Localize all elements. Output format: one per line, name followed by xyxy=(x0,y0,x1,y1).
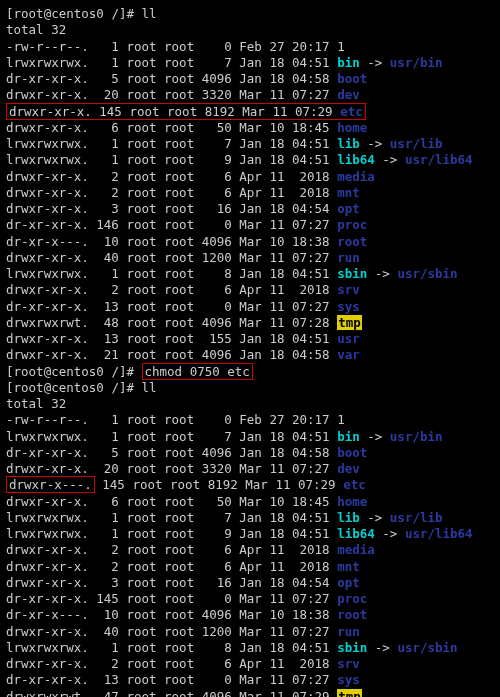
filename: proc xyxy=(337,217,367,232)
filename: lib64 xyxy=(337,526,375,541)
filename: sbin xyxy=(337,266,367,281)
arrow: -> xyxy=(360,55,390,70)
ls-row: drwxr-xr-x. 3 root root 16 Jan 18 04:54 … xyxy=(6,575,494,591)
filename: run xyxy=(337,250,360,265)
ls-row: drwxr-xr-x. 3 root root 16 Jan 18 04:54 … xyxy=(6,201,494,217)
perm: drwxr-xr-x. xyxy=(6,559,89,574)
arrow: -> xyxy=(367,266,397,281)
filename: lib64 xyxy=(337,152,375,167)
meta: 2 root root 6 Apr 11 2018 xyxy=(89,559,337,574)
meta: 5 root root 4096 Jan 18 04:58 xyxy=(89,445,337,460)
filename: usr xyxy=(337,331,360,346)
filename: etc xyxy=(340,104,363,119)
total-line: total 32 xyxy=(6,22,494,38)
filename: srv xyxy=(337,282,360,297)
meta: 48 root root 4096 Mar 11 07:28 xyxy=(89,315,337,330)
meta: 1 root root 7 Jan 18 04:51 xyxy=(89,136,337,151)
filename: root xyxy=(337,607,367,622)
filename: home xyxy=(337,120,367,135)
ls-row: drwxr-xr-x. 145 root root 8192 Mar 11 07… xyxy=(6,104,494,120)
meta: 145 root root 0 Mar 11 07:27 xyxy=(89,591,337,606)
ls-row: dr-xr-xr-x. 13 root root 0 Mar 11 07:27 … xyxy=(6,672,494,688)
meta: 1 root root 0 Feb 27 20:17 xyxy=(89,39,337,54)
meta: 2 root root 6 Apr 11 2018 xyxy=(89,282,337,297)
meta: 3 root root 16 Jan 18 04:54 xyxy=(89,575,337,590)
meta: 1 root root 9 Jan 18 04:51 xyxy=(89,152,337,167)
meta: 2 root root 6 Apr 11 2018 xyxy=(89,542,337,557)
meta: 6 root root 50 Mar 10 18:45 xyxy=(89,494,337,509)
filename: sys xyxy=(337,299,360,314)
perm: lrwxrwxrwx. xyxy=(6,136,89,151)
filename: sys xyxy=(337,672,360,687)
ls-row: drwxr-xr-x. 21 root root 4096 Jan 18 04:… xyxy=(6,347,494,363)
filename: root xyxy=(337,234,367,249)
perm: dr-xr-x---. xyxy=(6,607,89,622)
filename: media xyxy=(337,169,375,184)
perm: drwxr-xr-x. xyxy=(6,250,89,265)
perm: lrwxrwxrwx. xyxy=(6,55,89,70)
meta: 145 root root 8192 Mar 11 07:29 xyxy=(92,104,340,119)
perm: dr-xr-xr-x. xyxy=(6,217,89,232)
link-target: usr/lib64 xyxy=(405,152,473,167)
perm: drwxr-xr-x. xyxy=(6,120,89,135)
filename: bin xyxy=(337,429,360,444)
ls-row: drwxr-xr-x. 6 root root 50 Mar 10 18:45 … xyxy=(6,120,494,136)
ls-row: dr-xr-x---. 10 root root 4096 Mar 10 18:… xyxy=(6,234,494,250)
arrow: -> xyxy=(367,640,397,655)
ls-row: drwxrwxrwt. 47 root root 4096 Mar 11 07:… xyxy=(6,689,494,698)
filename: boot xyxy=(337,445,367,460)
bracket: [ xyxy=(6,6,14,21)
pwd: / xyxy=(111,6,119,21)
meta: 146 root root 0 Mar 11 07:27 xyxy=(89,217,337,232)
perm: dr-xr-xr-x. xyxy=(6,71,89,86)
perm: drwxr-xr-x. xyxy=(6,87,89,102)
perm: drwxr-xr-x. xyxy=(6,624,89,639)
arrow: -> xyxy=(360,510,390,525)
filename: media xyxy=(337,542,375,557)
ls-row: drwxr-xr-x. 13 root root 155 Jan 18 04:5… xyxy=(6,331,494,347)
filename: sbin xyxy=(337,640,367,655)
arrow: -> xyxy=(375,526,405,541)
meta: 1 root root 7 Jan 18 04:51 xyxy=(89,429,337,444)
perm: drwxr-xr-x. xyxy=(6,494,89,509)
perm: lrwxrwxrwx. xyxy=(6,510,89,525)
filename: mnt xyxy=(337,185,360,200)
meta: 47 root root 4096 Mar 11 07:29 xyxy=(89,689,337,698)
ls-row: drwxr-xr-x. 40 root root 1200 Mar 11 07:… xyxy=(6,250,494,266)
perm: drwxr-xr-x. xyxy=(6,542,89,557)
ls-row: drwxr-xr-x. 40 root root 1200 Mar 11 07:… xyxy=(6,624,494,640)
user-host: root@centos0 xyxy=(14,6,104,21)
filename: lib xyxy=(337,136,360,151)
ls-row: -rw-r--r--. 1 root root 0 Feb 27 20:17 1 xyxy=(6,412,494,428)
perm: drwxrwxrwt. xyxy=(6,315,89,330)
filename: proc xyxy=(337,591,367,606)
perm: drwxr-xr-x. xyxy=(6,461,89,476)
perm: dr-xr-xr-x. xyxy=(6,445,89,460)
ls-row: dr-xr-xr-x. 146 root root 0 Mar 11 07:27… xyxy=(6,217,494,233)
perm: drwxr-xr-x. xyxy=(6,347,89,362)
command-ll: ll xyxy=(142,6,157,21)
command-ll-2: ll xyxy=(142,380,157,395)
perm: drwxr-xr-x. xyxy=(6,575,89,590)
terminal[interactable]: [root@centos0 /]# ll total 32 -rw-r--r--… xyxy=(6,6,494,697)
perm: dr-xr-xr-x. xyxy=(6,299,89,314)
meta: 145 root root 8192 Mar 11 07:29 xyxy=(95,477,343,492)
ls-row: lrwxrwxrwx. 1 root root 7 Jan 18 04:51 l… xyxy=(6,136,494,152)
meta: 2 root root 6 Apr 11 2018 xyxy=(89,185,337,200)
link-target: usr/lib xyxy=(390,510,443,525)
arrow: -> xyxy=(360,429,390,444)
meta: 2 root root 6 Apr 11 2018 xyxy=(89,656,337,671)
filename: boot xyxy=(337,71,367,86)
ls-row: lrwxrwxrwx. 1 root root 8 Jan 18 04:51 s… xyxy=(6,266,494,282)
meta: 1 root root 7 Jan 18 04:51 xyxy=(89,510,337,525)
ls-row: -rw-r--r--. 1 root root 0 Feb 27 20:17 1 xyxy=(6,39,494,55)
meta: 1 root root 0 Feb 27 20:17 xyxy=(89,412,337,427)
total-line-2: total 32 xyxy=(6,396,494,412)
link-target: usr/bin xyxy=(390,55,443,70)
ls-row: lrwxrwxrwx. 1 root root 9 Jan 18 04:51 l… xyxy=(6,152,494,168)
perm: -rw-r--r--. xyxy=(6,39,89,54)
perm: lrwxrwxrwx. xyxy=(6,526,89,541)
perm: dr-xr-x---. xyxy=(6,234,89,249)
perm: dr-xr-xr-x. xyxy=(6,591,89,606)
filename: run xyxy=(337,624,360,639)
